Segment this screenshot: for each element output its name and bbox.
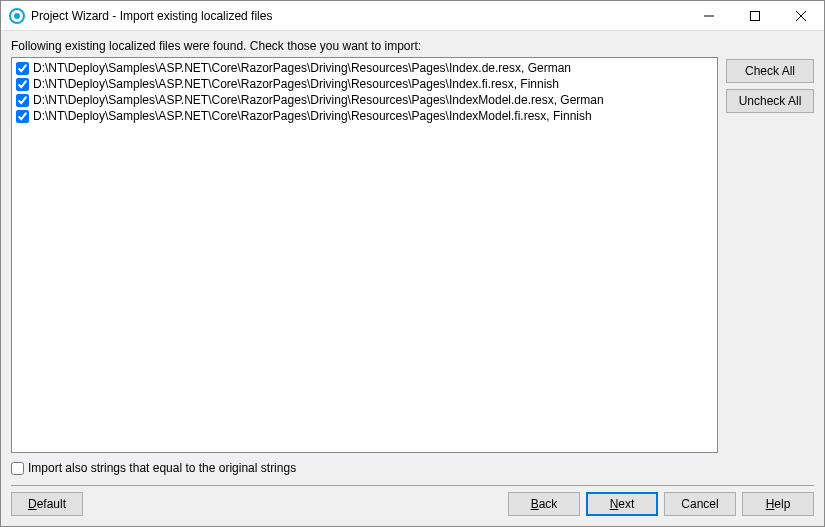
option-row: Import also strings that equal to the or… <box>11 461 814 475</box>
maximize-button[interactable] <box>732 1 778 31</box>
svg-point-1 <box>14 13 20 19</box>
footer: Default Back Next Cancel Help <box>11 492 814 520</box>
file-checkbox[interactable] <box>16 110 29 123</box>
file-path-label: D:\NT\Deploy\Samples\ASP.NET\Core\RazorP… <box>33 76 559 92</box>
file-path-label: D:\NT\Deploy\Samples\ASP.NET\Core\RazorP… <box>33 92 604 108</box>
file-row[interactable]: D:\NT\Deploy\Samples\ASP.NET\Core\RazorP… <box>16 76 713 92</box>
content-area: Following existing localized files were … <box>1 31 824 526</box>
file-list[interactable]: D:\NT\Deploy\Samples\ASP.NET\Core\RazorP… <box>11 57 718 453</box>
titlebar: Project Wizard - Import existing localiz… <box>1 1 824 31</box>
file-checkbox[interactable] <box>16 94 29 107</box>
main-row: D:\NT\Deploy\Samples\ASP.NET\Core\RazorP… <box>11 57 814 453</box>
import-equal-checkbox[interactable] <box>11 462 24 475</box>
instruction-text: Following existing localized files were … <box>11 39 814 53</box>
file-path-label: D:\NT\Deploy\Samples\ASP.NET\Core\RazorP… <box>33 108 592 124</box>
window-title: Project Wizard - Import existing localiz… <box>31 9 686 23</box>
window-controls <box>686 1 824 31</box>
side-buttons: Check All Uncheck All <box>726 57 814 453</box>
cancel-button[interactable]: Cancel <box>664 492 736 516</box>
separator <box>11 485 814 486</box>
minimize-button[interactable] <box>686 1 732 31</box>
check-all-button[interactable]: Check All <box>726 59 814 83</box>
default-button[interactable]: Default <box>11 492 83 516</box>
file-row[interactable]: D:\NT\Deploy\Samples\ASP.NET\Core\RazorP… <box>16 108 713 124</box>
uncheck-all-button[interactable]: Uncheck All <box>726 89 814 113</box>
file-row[interactable]: D:\NT\Deploy\Samples\ASP.NET\Core\RazorP… <box>16 92 713 108</box>
svg-rect-3 <box>751 11 760 20</box>
help-button[interactable]: Help <box>742 492 814 516</box>
close-button[interactable] <box>778 1 824 31</box>
next-button[interactable]: Next <box>586 492 658 516</box>
file-checkbox[interactable] <box>16 78 29 91</box>
file-checkbox[interactable] <box>16 62 29 75</box>
import-equal-label[interactable]: Import also strings that equal to the or… <box>28 461 296 475</box>
file-row[interactable]: D:\NT\Deploy\Samples\ASP.NET\Core\RazorP… <box>16 60 713 76</box>
app-icon <box>9 8 25 24</box>
file-path-label: D:\NT\Deploy\Samples\ASP.NET\Core\RazorP… <box>33 60 571 76</box>
back-button[interactable]: Back <box>508 492 580 516</box>
